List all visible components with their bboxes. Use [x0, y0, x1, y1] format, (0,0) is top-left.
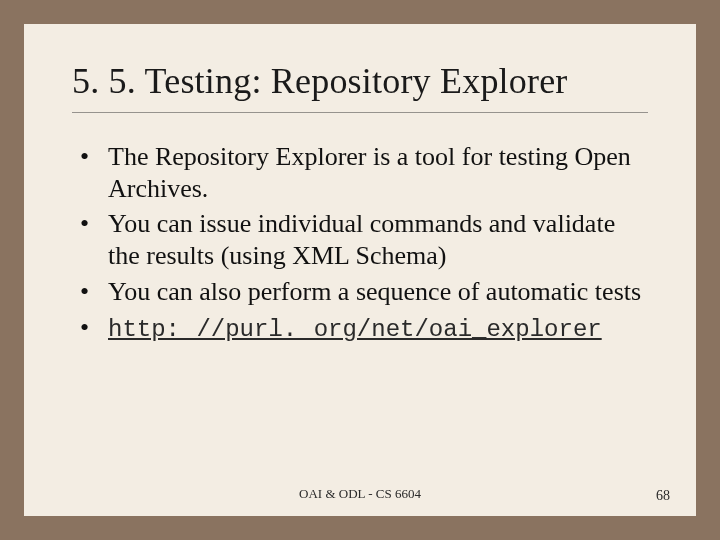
list-item: The Repository Explorer is a tool for te…: [72, 141, 648, 204]
slide-title: 5. 5. Testing: Repository Explorer: [72, 60, 648, 102]
list-item: You can also perform a sequence of autom…: [72, 276, 648, 308]
divider: [72, 112, 648, 113]
page-number: 68: [656, 488, 670, 504]
bullet-list: The Repository Explorer is a tool for te…: [72, 141, 648, 344]
list-item: You can issue individual commands and va…: [72, 208, 648, 271]
footer-text: OAI & ODL - CS 6604: [24, 486, 696, 502]
list-item: http: //purl. org/net/oai_explorer: [72, 312, 648, 344]
slide: 5. 5. Testing: Repository Explorer The R…: [24, 24, 696, 516]
link-text[interactable]: http: //purl. org/net/oai_explorer: [108, 316, 602, 343]
